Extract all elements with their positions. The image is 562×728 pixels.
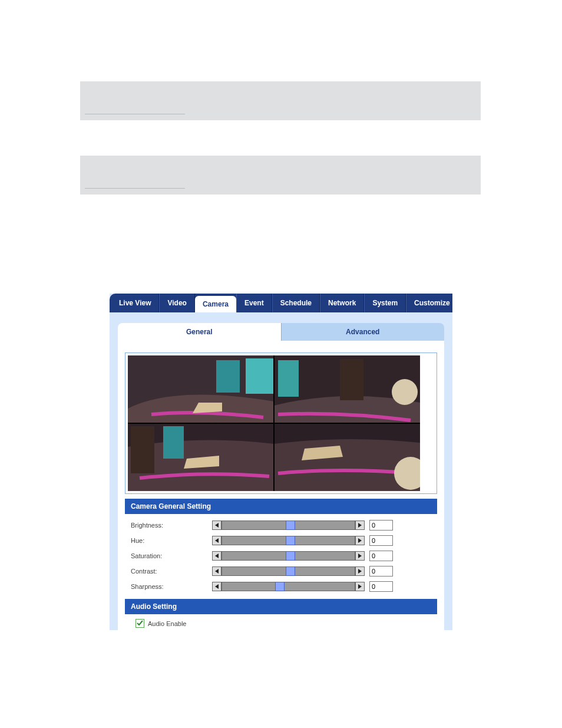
slider-thumb-contrast[interactable] (286, 566, 295, 576)
slider-label-saturation: Saturation: (131, 552, 207, 559)
slider-thumb-hue[interactable] (286, 536, 295, 545)
tab-network[interactable]: Network (320, 294, 364, 312)
slider-value-hue[interactable] (369, 535, 393, 546)
slider-label-sharpness: Sharpness: (131, 583, 207, 590)
svg-point-6 (392, 379, 418, 405)
slider-decrease-contrast[interactable] (212, 566, 222, 576)
audio-enable-label: Audio Enable (148, 620, 186, 627)
slider-thumb-saturation[interactable] (286, 551, 295, 561)
slider-track-saturation[interactable] (222, 551, 355, 561)
tab-camera[interactable]: Camera (195, 296, 236, 312)
tab-video[interactable]: Video (159, 294, 194, 312)
info-bar-2 (80, 156, 481, 195)
svg-rect-8 (131, 426, 154, 473)
slider-thumb-brightness[interactable] (286, 521, 295, 530)
slider-decrease-brightness[interactable] (212, 521, 222, 530)
slider-track-contrast[interactable] (222, 566, 355, 576)
tab-customize[interactable]: Customize (406, 294, 452, 312)
slider-label-contrast: Contrast: (131, 568, 207, 575)
info-bar-1 (80, 81, 481, 120)
slider-thumb-sharpness[interactable] (275, 582, 285, 591)
slider-value-contrast[interactable] (369, 566, 393, 577)
slider-increase-sharpness[interactable] (355, 582, 365, 591)
svg-marker-21 (358, 569, 362, 574)
svg-marker-20 (215, 569, 219, 574)
main-nav: Live View Video Camera Event Schedule Ne… (110, 294, 452, 312)
svg-marker-17 (358, 538, 362, 543)
slider-label-brightness: Brightness: (131, 522, 207, 529)
slider-increase-saturation[interactable] (355, 551, 365, 561)
slider-track-sharpness[interactable] (222, 582, 355, 591)
slider-label-hue: Hue: (131, 537, 207, 544)
svg-rect-2 (216, 360, 240, 393)
svg-marker-22 (215, 584, 219, 589)
sub-nav: General Advanced (118, 323, 444, 341)
svg-marker-14 (215, 523, 219, 528)
video-preview-frame (125, 353, 437, 494)
camera-settings-app: Live View Video Camera Event Schedule Ne… (110, 294, 452, 630)
camera-general-header: Camera General Setting (125, 499, 437, 514)
svg-marker-16 (215, 538, 219, 543)
svg-marker-19 (358, 554, 362, 558)
slider-value-sharpness[interactable] (369, 581, 393, 592)
slider-decrease-hue[interactable] (212, 536, 222, 545)
tab-live-view[interactable]: Live View (110, 294, 159, 312)
slider-value-brightness[interactable] (369, 520, 393, 531)
subtab-advanced[interactable]: Advanced (281, 323, 445, 341)
audio-setting-header: Audio Setting (125, 599, 437, 614)
svg-rect-5 (278, 360, 299, 397)
tab-event[interactable]: Event (236, 294, 272, 312)
slider-increase-contrast[interactable] (355, 566, 365, 576)
subtab-general[interactable]: General (118, 323, 281, 341)
slider-decrease-sharpness[interactable] (212, 582, 222, 591)
slider-track-brightness[interactable] (222, 521, 355, 530)
svg-rect-4 (340, 359, 363, 400)
slider-track-hue[interactable] (222, 536, 355, 545)
slider-increase-brightness[interactable] (355, 521, 365, 530)
video-preview (128, 355, 420, 491)
slider-decrease-saturation[interactable] (212, 551, 222, 561)
svg-rect-1 (246, 358, 274, 394)
tab-schedule[interactable]: Schedule (272, 294, 320, 312)
svg-marker-23 (358, 584, 362, 589)
audio-enable-checkbox[interactable] (135, 619, 144, 628)
svg-marker-15 (358, 523, 362, 528)
slider-value-saturation[interactable] (369, 551, 393, 561)
svg-marker-18 (215, 554, 219, 558)
svg-rect-9 (163, 426, 184, 459)
tab-system[interactable]: System (364, 294, 406, 312)
slider-increase-hue[interactable] (355, 536, 365, 545)
